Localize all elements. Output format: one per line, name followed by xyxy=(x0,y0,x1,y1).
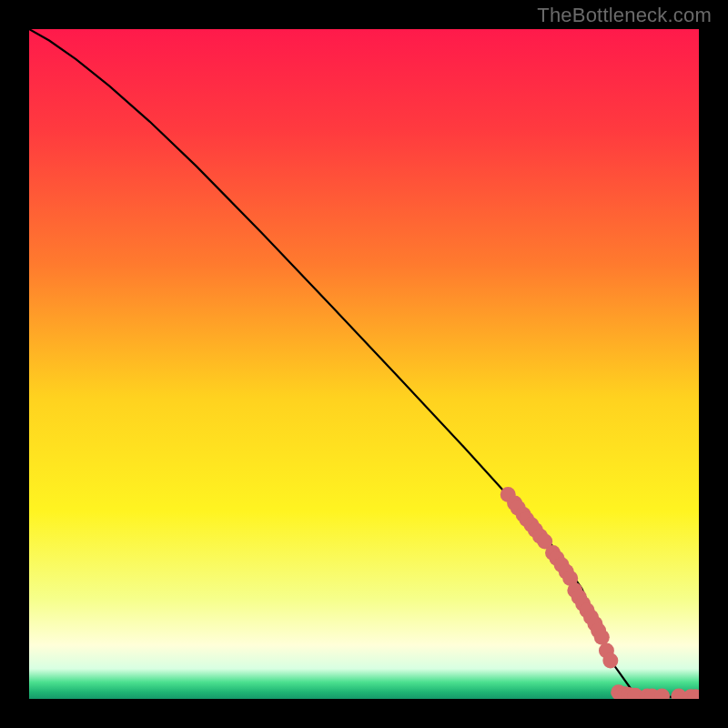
data-point xyxy=(594,630,610,645)
chart-svg xyxy=(29,29,699,699)
watermark-label: TheBottleneck.com xyxy=(537,4,712,27)
gradient-background xyxy=(29,29,699,699)
chart-frame: TheBottleneck.com xyxy=(0,0,728,728)
plot-area xyxy=(29,29,699,699)
data-point xyxy=(602,653,618,669)
